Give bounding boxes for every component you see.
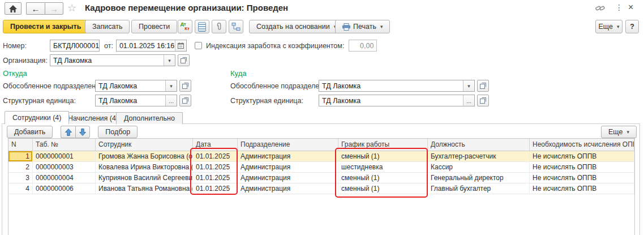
open-form-icon — [182, 97, 188, 104]
tab-employees[interactable]: Сотрудники (4) — [5, 111, 69, 124]
add-row-button[interactable]: Добавить — [7, 126, 53, 138]
number-input[interactable]: БКТДЛ000001 — [50, 40, 100, 52]
hierarchy-icon — [231, 23, 241, 31]
col-header-n[interactable]: N — [8, 139, 33, 151]
to-separate-division-label: Обособленное подразделение: — [230, 82, 319, 90]
to-separate-division-row: Обособленное подразделение: ТД Лакомка ▾ — [230, 80, 489, 92]
close-icon[interactable]: × — [628, 2, 633, 12]
to-structural-unit-label: Структурная единица: — [230, 97, 319, 105]
col-header-employee[interactable]: Сотрудник — [96, 139, 193, 151]
command-bar: Провести и закрыть Записать Провести ДтК… — [0, 19, 644, 35]
table-row[interactable]: 2 0000000003 Ковалева Ирина Викторовна (… — [8, 162, 634, 173]
move-down-button[interactable] — [75, 126, 90, 138]
to-structural-unit-row: Структурная единица: ТД Лакомка ... — [230, 95, 489, 106]
forward-button[interactable]: → — [45, 2, 63, 15]
indexation-coefficient-input: 0,00 — [349, 40, 377, 52]
table-toolbar: Добавить Подбор — [7, 126, 138, 138]
register-records-button[interactable] — [195, 20, 209, 33]
create-based-on-button[interactable]: Создать на основании▾ — [249, 20, 344, 33]
dtkt-icon: ДтКт — [181, 22, 190, 31]
open-form-icon — [182, 83, 188, 89]
document-window: ← → ☆ Кадровое перемещение организации: … — [0, 0, 644, 235]
paperclip-icon — [216, 23, 223, 31]
from-section-title: Откуда — [3, 69, 27, 78]
open-organization-button[interactable] — [178, 54, 190, 66]
choose-button[interactable]: ... — [165, 95, 177, 106]
home-button[interactable] — [5, 2, 22, 15]
from-structural-unit-input[interactable]: ТД Лакомка ... — [95, 95, 177, 106]
table-header-row: N Таб. № Сотрудник Дата Подразделение Гр… — [8, 139, 634, 151]
from-separate-division-input[interactable]: ТД Лакомка ▾ — [95, 80, 177, 92]
chevron-down-icon: ▾ — [380, 24, 383, 29]
more-button-table[interactable]: Еще▾ — [601, 126, 637, 138]
number-label: Номер: — [3, 42, 50, 50]
pick-button[interactable]: Подбор — [98, 126, 138, 138]
printer-icon — [342, 23, 350, 31]
help-button[interactable]: ? — [625, 20, 639, 33]
date-input[interactable]: 01.01.2025 16:16:16 — [116, 40, 187, 52]
col-header-position[interactable]: Должность — [428, 139, 530, 151]
indexation-label: Индексация заработка с коэффициентом: — [206, 42, 344, 50]
open-to-unit-button[interactable] — [477, 95, 489, 106]
structure-button[interactable] — [229, 20, 243, 33]
favorite-star-icon[interactable]: ☆ — [67, 2, 76, 14]
get-link-icon[interactable] — [595, 4, 605, 14]
calendar-icon[interactable] — [175, 40, 186, 51]
write-button[interactable]: Записать — [85, 20, 130, 33]
list-icon — [198, 22, 206, 32]
chevron-down-icon: ▾ — [626, 129, 629, 135]
from-separate-division-label: Обособленное подразделение: — [3, 82, 95, 90]
page-title: Кадровое перемещение организации: Провед… — [85, 3, 288, 12]
employees-panel: Добавить Подбор Еще▾ N Таб. № Сотрудник … — [2, 123, 640, 235]
col-header-date[interactable]: Дата — [193, 139, 238, 151]
table-row[interactable]: 1 0000000001 Громова Жанна Борисовна (ос… — [8, 151, 634, 162]
organization-input[interactable]: ТД Лакомка ▾ — [50, 54, 175, 66]
chevron-down-icon: ▾ — [617, 24, 620, 29]
open-to-division-button[interactable] — [477, 80, 489, 92]
dtkt-postings-button[interactable]: ДтКт — [178, 20, 192, 33]
from-separate-division-row: Обособленное подразделение: ТД Лакомка ▾ — [3, 80, 191, 92]
home-icon — [9, 5, 17, 12]
arrow-down-icon — [79, 129, 86, 136]
employees-table[interactable]: N Таб. № Сотрудник Дата Подразделение Гр… — [8, 138, 635, 235]
col-header-tab-no[interactable]: Таб. № — [33, 139, 96, 151]
attachments-button[interactable] — [212, 20, 226, 33]
open-from-division-button[interactable] — [179, 80, 191, 92]
date-label: от: — [104, 42, 113, 50]
open-form-icon — [181, 57, 187, 63]
table-row[interactable]: 3 0000000004 Куприянов Василий Сергеевич… — [8, 173, 634, 183]
open-form-icon — [480, 97, 486, 104]
to-section-title: Куда — [230, 69, 246, 78]
open-from-unit-button[interactable] — [179, 95, 191, 106]
choose-button[interactable]: ... — [463, 95, 474, 106]
organization-label: Организация: — [3, 57, 50, 65]
move-row-group — [61, 126, 90, 138]
post-button[interactable]: Провести — [131, 20, 177, 33]
table-row[interactable]: 4 0000000006 Иванова Татьяна Романовна (… — [8, 183, 634, 194]
chevron-down-icon[interactable]: ▾ — [165, 80, 177, 91]
more-button-top[interactable]: Еще▾ — [595, 20, 622, 33]
col-header-schedule[interactable]: График работы — [338, 139, 428, 151]
indexation-checkbox[interactable] — [195, 42, 202, 49]
print-button[interactable]: Печать▾ — [335, 20, 390, 33]
post-and-close-button[interactable]: Провести и закрыть — [3, 20, 88, 33]
col-header-oppv[interactable]: Необходимость исчисления ОППВ — [530, 139, 634, 151]
organization-row: Организация: ТД Лакомка ▾ — [3, 54, 190, 66]
from-structural-unit-row: Структурная единица: ТД Лакомка ... — [3, 95, 191, 106]
to-separate-division-input[interactable]: ТД Лакомка ▾ — [319, 80, 475, 92]
col-header-department[interactable]: Подразделение — [238, 139, 338, 151]
back-button[interactable]: ← — [26, 2, 45, 15]
open-form-icon — [480, 83, 486, 89]
title-bar: ← → ☆ Кадровое перемещение организации: … — [0, 0, 644, 17]
chevron-down-icon[interactable]: ▾ — [164, 55, 175, 66]
move-up-button[interactable] — [61, 126, 75, 138]
tab-additional[interactable]: Дополнительно — [116, 112, 183, 124]
history-nav: ← → — [26, 2, 63, 15]
to-structural-unit-input[interactable]: ТД Лакомка ... — [319, 95, 475, 106]
from-structural-unit-label: Структурная единица: — [3, 97, 95, 105]
number-date-row: Номер: БКТДЛ000001 от: 01.01.2025 16:16:… — [3, 40, 377, 52]
chevron-down-icon[interactable]: ▾ — [463, 80, 474, 91]
arrow-up-icon — [65, 129, 72, 136]
menu-dots-icon[interactable]: ⋮ — [615, 3, 623, 12]
